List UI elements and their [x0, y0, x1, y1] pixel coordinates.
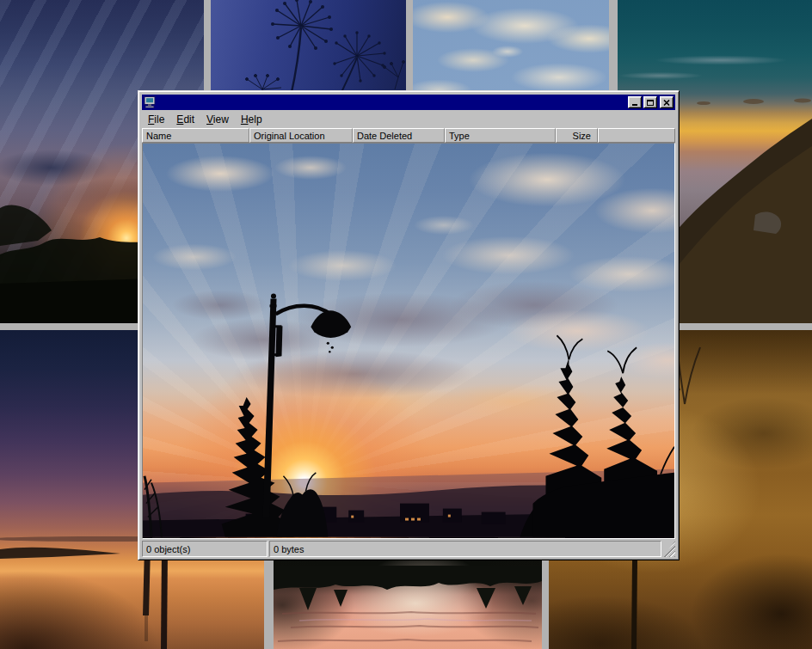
- close-button[interactable]: [660, 96, 674, 108]
- maximize-icon: [647, 100, 654, 106]
- column-header-date-deleted[interactable]: Date Deleted: [353, 128, 445, 143]
- minimize-icon: [632, 104, 637, 106]
- window-titlebar[interactable]: [142, 95, 675, 110]
- column-header-filler: [598, 128, 675, 143]
- client-background-photo: [143, 144, 674, 538]
- column-header-name[interactable]: Name: [142, 128, 249, 143]
- desktop: File Edit View Help Name Original Locati…: [0, 0, 812, 649]
- menu-help[interactable]: Help: [236, 112, 268, 127]
- recycle-bin-window: File Edit View Help Name Original Locati…: [138, 90, 680, 560]
- status-bar: 0 object(s) 0 bytes: [142, 541, 675, 557]
- column-header-size[interactable]: Size: [556, 128, 598, 143]
- menu-view[interactable]: View: [201, 112, 234, 127]
- menu-bar: File Edit View Help: [142, 111, 675, 128]
- folder-view-area[interactable]: [142, 143, 675, 539]
- menu-file[interactable]: File: [143, 112, 169, 127]
- sunset-silhouettes: [143, 144, 674, 537]
- column-header-type[interactable]: Type: [445, 128, 556, 143]
- maximize-button[interactable]: [643, 96, 657, 108]
- column-header-original-location[interactable]: Original Location: [249, 128, 353, 143]
- list-column-headers: Name Original Location Date Deleted Type…: [142, 128, 675, 143]
- minimize-button[interactable]: [628, 96, 642, 108]
- computer-icon[interactable]: [144, 96, 156, 108]
- status-total-size: 0 bytes: [269, 541, 661, 557]
- close-icon: [663, 100, 670, 106]
- menu-edit[interactable]: Edit: [171, 112, 200, 127]
- resize-grip[interactable]: [663, 541, 675, 557]
- status-object-count: 0 object(s): [142, 541, 268, 557]
